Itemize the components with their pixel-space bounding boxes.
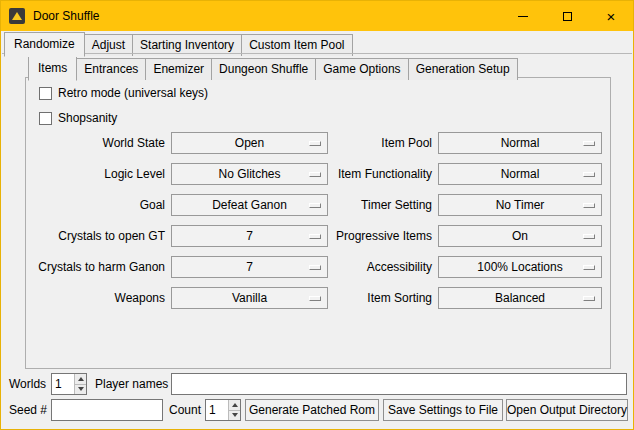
weapons-value: Vanilla xyxy=(232,291,267,305)
tab-dungeon-shuffle[interactable]: Dungeon Shuffle xyxy=(211,58,316,80)
dropdown-crystals-open-gt[interactable]: 7 xyxy=(171,225,328,247)
outer-pane-border xyxy=(2,53,632,54)
player-names-label: Player names xyxy=(95,373,168,395)
menu-indicator-icon xyxy=(309,172,321,177)
count-increment-button[interactable] xyxy=(229,400,240,410)
tab-items[interactable]: Items xyxy=(28,56,77,81)
menu-indicator-icon xyxy=(583,172,595,177)
item-pool-value: Normal xyxy=(501,136,540,150)
arrow-down-icon xyxy=(78,387,84,391)
timer-setting-value: No Timer xyxy=(496,198,545,212)
count-label: Count xyxy=(169,399,201,421)
item-functionality-value: Normal xyxy=(501,167,540,181)
worlds-spinner-arrows xyxy=(74,374,86,394)
retro-mode-checkbox-box[interactable] xyxy=(39,87,52,100)
seed-input[interactable] xyxy=(51,399,163,421)
retro-mode-label: Retro mode (universal keys) xyxy=(58,86,208,100)
worlds-decrement-button[interactable] xyxy=(75,384,86,395)
tab-enemizer[interactable]: Enemizer xyxy=(145,58,212,80)
dropdown-weapons[interactable]: Vanilla xyxy=(171,287,328,309)
minimize-button[interactable] xyxy=(501,1,545,31)
player-names-input[interactable] xyxy=(171,373,627,395)
label-item-functionality: Item Functionality xyxy=(332,167,434,181)
maximize-icon xyxy=(563,12,572,21)
progressive-items-value: On xyxy=(512,229,528,243)
count-decrement-button[interactable] xyxy=(229,410,240,421)
close-button[interactable]: × xyxy=(589,1,633,31)
arrow-down-icon xyxy=(232,413,238,417)
dropdown-item-pool[interactable]: Normal xyxy=(438,132,602,154)
menu-indicator-icon xyxy=(309,234,321,239)
count-value: 1 xyxy=(206,403,228,417)
app-icon xyxy=(9,8,25,24)
label-accessibility: Accessibility xyxy=(332,260,434,274)
inner-tab-bar: Items Entrances Enemizer Dungeon Shuffle… xyxy=(28,56,517,80)
menu-indicator-icon xyxy=(583,141,595,146)
seed-label: Seed # xyxy=(9,399,47,421)
tab-game-options[interactable]: Game Options xyxy=(315,58,408,80)
world-state-value: Open xyxy=(235,136,264,150)
goal-value: Defeat Ganon xyxy=(212,198,287,212)
worlds-spinner[interactable]: 1 xyxy=(51,373,87,395)
options-grid: World State Open Item Pool Normal Logic … xyxy=(37,132,602,309)
window-title: Door Shuffle xyxy=(33,9,100,23)
label-logic-level: Logic Level xyxy=(37,167,167,181)
worlds-label: Worlds xyxy=(9,373,46,395)
worlds-increment-button[interactable] xyxy=(75,374,86,384)
label-timer-setting: Timer Setting xyxy=(332,198,434,212)
dropdown-accessibility[interactable]: 100% Locations xyxy=(438,256,602,278)
label-world-state: World State xyxy=(37,136,167,150)
label-weapons: Weapons xyxy=(37,291,167,305)
label-crystals-harm-ganon: Crystals to harm Ganon xyxy=(37,260,167,274)
generate-patched-rom-button[interactable]: Generate Patched Rom xyxy=(245,399,379,421)
arrow-up-icon xyxy=(78,377,84,381)
menu-indicator-icon xyxy=(309,203,321,208)
label-goal: Goal xyxy=(37,198,167,212)
app-window: Door Shuffle × Randomize Adjust Starting… xyxy=(0,0,634,430)
crystals-harm-ganon-value: 7 xyxy=(246,260,253,274)
menu-indicator-icon xyxy=(309,265,321,270)
logic-level-value: No Glitches xyxy=(218,167,280,181)
menu-indicator-icon xyxy=(583,203,595,208)
crystals-open-gt-value: 7 xyxy=(246,229,253,243)
item-sorting-value: Balanced xyxy=(495,291,545,305)
dropdown-goal[interactable]: Defeat Ganon xyxy=(171,194,328,216)
shopsanity-checkbox-box[interactable] xyxy=(39,112,52,125)
dropdown-item-sorting[interactable]: Balanced xyxy=(438,287,602,309)
menu-indicator-icon xyxy=(309,296,321,301)
menu-indicator-icon xyxy=(309,141,321,146)
checkbox-retro-mode[interactable]: Retro mode (universal keys) xyxy=(39,86,208,100)
minimize-icon xyxy=(518,16,528,17)
menu-indicator-icon xyxy=(583,234,595,239)
menu-indicator-icon xyxy=(583,296,595,301)
maximize-button[interactable] xyxy=(545,1,589,31)
label-crystals-open-gt: Crystals to open GT xyxy=(37,229,167,243)
tab-generation-setup[interactable]: Generation Setup xyxy=(408,58,518,80)
label-item-pool: Item Pool xyxy=(332,136,434,150)
count-spinner[interactable]: 1 xyxy=(205,399,241,421)
dropdown-progressive-items[interactable]: On xyxy=(438,225,602,247)
title-bar: Door Shuffle × xyxy=(1,1,633,31)
label-item-sorting: Item Sorting xyxy=(332,291,434,305)
menu-indicator-icon xyxy=(583,265,595,270)
dropdown-crystals-harm-ganon[interactable]: 7 xyxy=(171,256,328,278)
close-icon: × xyxy=(607,9,616,24)
dropdown-logic-level[interactable]: No Glitches xyxy=(171,163,328,185)
save-settings-button[interactable]: Save Settings to File xyxy=(383,399,503,421)
count-spinner-arrows xyxy=(228,400,240,420)
open-output-directory-button[interactable]: Open Output Directory xyxy=(506,399,628,421)
dropdown-item-functionality[interactable]: Normal xyxy=(438,163,602,185)
label-progressive-items: Progressive Items xyxy=(332,229,434,243)
tab-randomize[interactable]: Randomize xyxy=(4,32,85,57)
accessibility-value: 100% Locations xyxy=(477,260,562,274)
tab-entrances[interactable]: Entrances xyxy=(76,58,146,80)
dropdown-timer-setting[interactable]: No Timer xyxy=(438,194,602,216)
checkbox-shopsanity[interactable]: Shopsanity xyxy=(39,111,117,125)
shopsanity-label: Shopsanity xyxy=(58,111,117,125)
caption-buttons: × xyxy=(501,1,633,31)
dropdown-world-state[interactable]: Open xyxy=(171,132,328,154)
arrow-up-icon xyxy=(232,403,238,407)
worlds-value: 1 xyxy=(52,377,74,391)
